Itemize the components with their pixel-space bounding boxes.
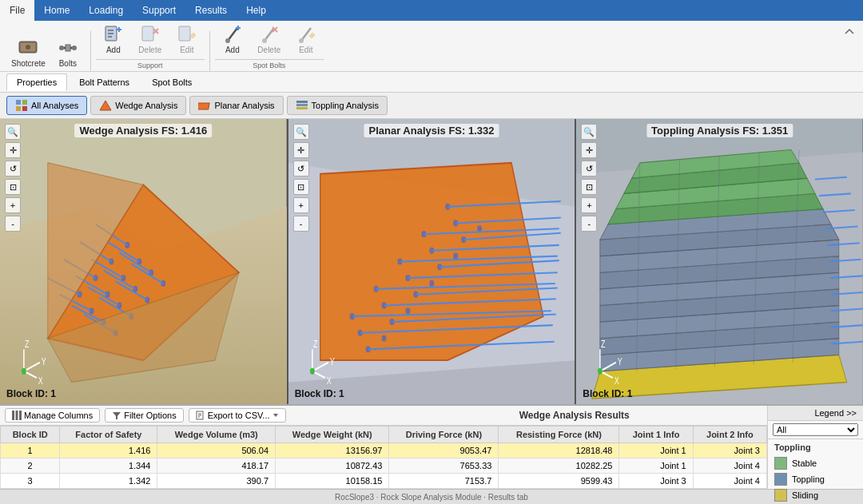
wedge-scene: Y Z X	[0, 119, 287, 404]
svg-point-27	[299, 38, 304, 43]
tab-properties[interactable]: Properties	[6, 73, 67, 91]
planar-zoom-icon[interactable]: 🔍	[293, 124, 309, 140]
bolts-label: Bolts	[59, 59, 77, 68]
svg-rect-6	[66, 45, 70, 51]
svg-marker-175	[273, 414, 278, 417]
svg-rect-28	[16, 100, 21, 105]
cell-fos: 1.416	[60, 443, 157, 458]
legend-toggle-button[interactable]: Legend >>	[768, 406, 863, 421]
planar-zoom-in-icon[interactable]: +	[293, 197, 309, 213]
toppling-reset-icon[interactable]: ⊡	[581, 179, 597, 195]
cell-j1: Joint 1	[619, 458, 693, 474]
analysis-tab-all[interactable]: All Analyses	[6, 96, 87, 115]
reset-icon[interactable]: ⊡	[5, 179, 21, 195]
legend-dropdown[interactable]: All	[768, 421, 863, 439]
rotate-icon[interactable]: ↺	[5, 161, 21, 177]
svg-text:Z: Z	[313, 338, 318, 349]
svg-rect-31	[22, 106, 27, 111]
spot-bolts-delete-button[interactable]: Delete	[252, 20, 287, 58]
zoom-icon[interactable]: 🔍	[5, 124, 21, 140]
planar-zoom-out-icon[interactable]: -	[293, 216, 309, 232]
spot-bolts-add-button[interactable]: Add	[215, 20, 250, 58]
svg-text:Y: Y	[42, 355, 46, 367]
shotcrete-button[interactable]: Shotcrete	[6, 34, 50, 71]
vp-toppling-toolbar: 🔍 ✛ ↺ ⊡ + -	[581, 124, 597, 232]
status-text: RocSlope3 · Rock Slope Analysis Module ·…	[335, 493, 528, 502]
bolts-icon	[57, 37, 79, 59]
cell-weight: 13156.97	[276, 443, 389, 458]
analysis-tab-wedge[interactable]: Wedge Analysis	[90, 96, 186, 115]
export-icon	[196, 411, 205, 420]
menu-tab-loading[interactable]: Loading	[79, 0, 133, 21]
col-header-weight: Wedge Weight (kN)	[276, 427, 389, 443]
svg-text:Y: Y	[329, 355, 334, 367]
cell-weight: 10872.43	[276, 458, 389, 474]
toppling-zoom-icon[interactable]: 🔍	[581, 124, 597, 140]
spot-add-icon	[221, 23, 244, 46]
menu-tab-file[interactable]: File	[0, 0, 34, 21]
viewport-planar: 🔍 ✛ ↺ ⊡ + -	[288, 119, 577, 404]
toppling-zoom-in-icon[interactable]: +	[581, 197, 597, 213]
toppling-zoom-out-icon[interactable]: -	[581, 216, 597, 232]
menu-tab-results[interactable]: Results	[185, 0, 237, 21]
cell-j1: Joint 3	[619, 474, 693, 489]
support-add-button[interactable]: Add	[96, 20, 131, 58]
toppling-rotate-icon[interactable]: ↺	[581, 161, 597, 177]
ribbon-collapse-button[interactable]	[842, 24, 857, 41]
zoom-in-icon[interactable]: +	[5, 197, 21, 213]
legend-select[interactable]: All	[773, 423, 858, 436]
zoom-out-icon[interactable]: -	[5, 216, 21, 232]
table-row[interactable]: 1 1.416 506.04 13156.97 9053.47 12818.48…	[1, 443, 767, 458]
analysis-tab-toppling[interactable]: Toppling Analysis	[287, 96, 388, 115]
menu-tab-support[interactable]: Support	[133, 0, 185, 21]
svg-rect-35	[296, 104, 308, 106]
filter-options-button[interactable]: Filter Options	[105, 408, 183, 423]
sliding-label: Sliding	[792, 490, 818, 500]
menu-tab-help[interactable]: Help	[237, 0, 276, 21]
cell-volume: 418.17	[157, 458, 276, 474]
export-csv-button[interactable]: Export to CSV...	[189, 408, 286, 423]
planar-move-icon[interactable]: ✛	[293, 142, 309, 158]
bolts-button[interactable]: Bolts	[50, 34, 86, 71]
table-row[interactable]: 2 1.344 418.17 10872.43 7653.33 10282.25…	[1, 458, 767, 474]
svg-point-102	[429, 280, 434, 287]
spot-delete-label: Delete	[257, 46, 280, 54]
wedge-analysis-icon	[99, 99, 112, 112]
cell-fos: 1.344	[60, 458, 157, 474]
svg-marker-32	[100, 101, 111, 110]
support-delete-button[interactable]: Delete	[133, 20, 168, 58]
table-row[interactable]: 3 1.342 390.7 10158.15 7153.7 9599.43 Jo…	[1, 474, 767, 489]
shotcrete-icon	[17, 37, 39, 59]
col-header-block-id: Block ID	[1, 427, 60, 443]
spot-edit-label: Edit	[299, 46, 312, 54]
cell-j2: Joint 4	[693, 458, 766, 474]
legend-item-toppling: Toppling	[768, 471, 863, 487]
col-header-fos: Factor of Safety	[60, 427, 157, 443]
move-icon[interactable]: ✛	[5, 142, 21, 158]
svg-point-55	[145, 296, 149, 303]
svg-rect-30	[16, 106, 21, 111]
manage-columns-button[interactable]: Manage Columns	[5, 408, 100, 423]
spot-bolts-edit-button[interactable]: Edit	[288, 20, 324, 58]
svg-rect-33	[198, 103, 209, 109]
tab-bolt-patterns[interactable]: Bolt Patterns	[69, 73, 140, 91]
planar-rotate-icon[interactable]: ↺	[293, 161, 309, 177]
svg-point-19	[225, 38, 230, 43]
toppling-swatch	[774, 473, 787, 486]
svg-marker-170	[113, 412, 121, 419]
legend-item-sliding: Sliding	[768, 487, 863, 503]
menu-tab-home[interactable]: Home	[34, 0, 79, 21]
spot-bolts-group: Add Delete	[215, 20, 324, 58]
planar-viewport-title: Planar Analysis FS: 1.332	[364, 124, 499, 137]
toppling-move-icon[interactable]: ✛	[581, 142, 597, 158]
analysis-tabs: All Analyses Wedge Analysis Planar Analy…	[0, 93, 863, 119]
support-edit-button[interactable]: Edit	[169, 20, 205, 58]
tab-spot-bolts[interactable]: Spot Bolts	[141, 73, 202, 91]
planar-reset-icon[interactable]: ⊡	[293, 179, 309, 195]
spot-delete-icon	[258, 23, 280, 46]
spot-add-label: Add	[225, 46, 240, 54]
spot-edit-icon	[295, 23, 317, 46]
support-delete-label: Delete	[138, 46, 161, 54]
svg-point-104	[477, 225, 482, 232]
analysis-tab-planar[interactable]: Planar Analysis	[189, 96, 283, 115]
